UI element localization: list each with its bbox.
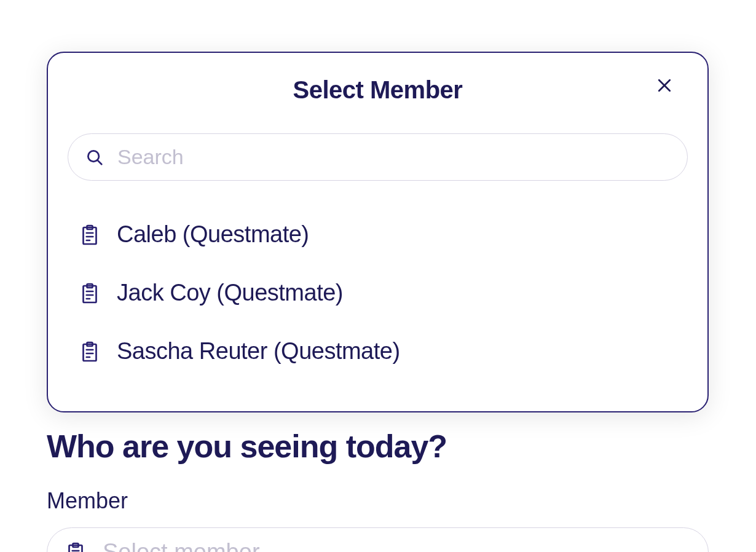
member-item[interactable]: Caleb (Questmate) [79,205,688,264]
member-field-label: Member [47,488,709,514]
page-content: Who are you seeing today? Member Select … [47,428,709,552]
clipboard-icon [79,282,101,304]
search-field[interactable] [68,133,688,181]
modal-header: Select Member [68,76,688,104]
page-heading: Who are you seeing today? [47,428,709,465]
modal-title: Select Member [293,76,463,104]
member-list: Caleb (Questmate) Jack Coy (Questmate) [68,205,688,380]
member-item[interactable]: Sascha Reuter (Questmate) [79,322,688,380]
member-name: Sascha Reuter (Questmate) [117,338,400,365]
member-name: Jack Coy (Questmate) [117,280,343,306]
clipboard-icon [65,542,87,553]
member-select-placeholder: Select member [103,539,260,552]
clipboard-icon [79,341,101,363]
member-select-field[interactable]: Select member [47,527,709,552]
select-member-modal: Select Member [47,52,709,412]
close-button[interactable] [652,74,677,98]
search-input[interactable] [117,145,670,169]
search-icon [85,148,104,167]
svg-line-3 [97,160,101,164]
close-icon [655,76,674,97]
member-item[interactable]: Jack Coy (Questmate) [79,264,688,322]
clipboard-icon [79,224,101,246]
member-name: Caleb (Questmate) [117,221,309,248]
